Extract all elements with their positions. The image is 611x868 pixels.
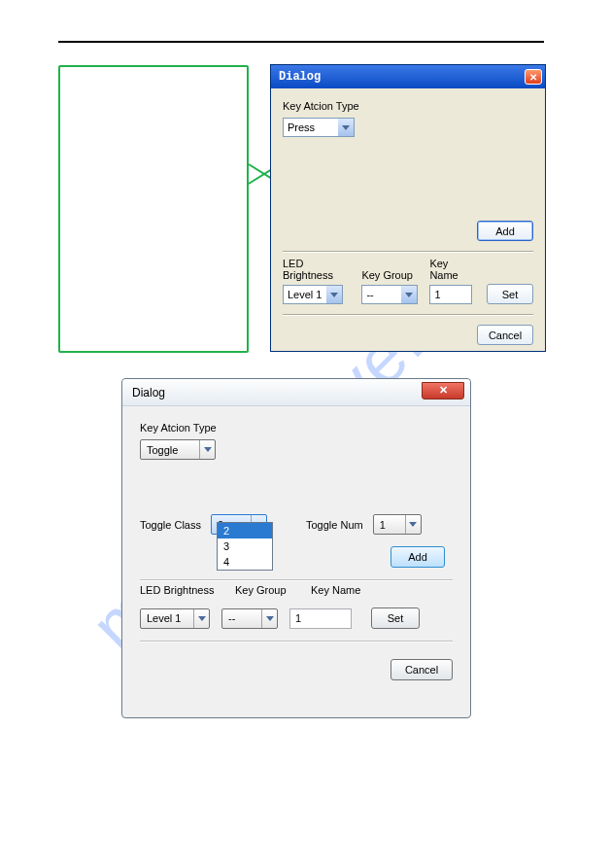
close-button[interactable]: ✕: [422, 382, 464, 399]
key-group-label: Key Group: [235, 584, 293, 596]
add-button[interactable]: Add: [477, 221, 533, 241]
close-icon: ✕: [439, 384, 448, 397]
separator: [283, 251, 533, 252]
key-action-type-label: Key Atcion Type: [283, 100, 533, 112]
key-action-type-select[interactable]: Press: [283, 118, 355, 137]
dropdown-option[interactable]: 2: [218, 523, 272, 538]
key-group-value: --: [366, 289, 373, 300]
led-brightness-value: Level 1: [288, 289, 322, 300]
toggle-class-dropdown[interactable]: 2 3 4: [217, 522, 273, 571]
cancel-button[interactable]: Cancel: [390, 659, 453, 680]
dropdown-option[interactable]: 4: [218, 554, 272, 570]
dialog-titlebar[interactable]: Dialog ✕: [122, 379, 470, 406]
toggle-num-label: Toggle Num: [306, 519, 363, 531]
toggle-num-select[interactable]: 1: [373, 514, 422, 535]
chevron-down-icon: [199, 440, 215, 459]
led-brightness-label: LED Brightness: [283, 258, 350, 281]
set-button[interactable]: Set: [371, 608, 420, 629]
dialog-win7: Dialog ✕ Key Atcion Type Toggle Toggle C…: [121, 378, 471, 718]
key-group-select[interactable]: --: [361, 285, 418, 304]
key-name-value: 1: [295, 612, 301, 624]
close-icon: ✕: [529, 72, 537, 83]
led-brightness-select[interactable]: Level 1: [283, 285, 343, 304]
separator: [140, 641, 453, 642]
dialog-body: Key Atcion Type Press Add LED Brightness…: [271, 88, 545, 353]
key-name-input[interactable]: 1: [289, 608, 352, 629]
cancel-button[interactable]: Cancel: [477, 325, 533, 345]
chevron-down-icon: [261, 609, 277, 628]
chevron-down-icon: [338, 119, 354, 136]
add-label: Add: [495, 226, 515, 237]
chevron-down-icon: [401, 286, 417, 303]
set-label: Set: [388, 612, 404, 624]
dialog-titlebar[interactable]: Dialog ✕: [271, 65, 545, 88]
dialog-title: Dialog: [132, 386, 422, 399]
dropdown-option[interactable]: 3: [218, 538, 272, 554]
led-brightness-select[interactable]: Level 1: [140, 608, 210, 629]
key-action-type-label: Key Atcion Type: [140, 422, 453, 434]
callout-box: [58, 65, 249, 353]
key-name-label: Key Name: [311, 584, 360, 596]
set-button[interactable]: Set: [487, 284, 533, 304]
led-brightness-value: Level 1: [147, 612, 181, 624]
toggle-class-label: Toggle Class: [140, 519, 201, 531]
cancel-label: Cancel: [489, 330, 522, 341]
add-button[interactable]: Add: [390, 546, 445, 568]
key-action-type-value: Toggle: [147, 444, 178, 456]
dialog-body: Key Atcion Type Toggle Toggle Class 2 To…: [122, 406, 470, 690]
separator: [283, 314, 533, 315]
chevron-down-icon: [193, 609, 209, 628]
key-name-label: Key Name: [429, 258, 475, 281]
key-group-label: Key Group: [361, 269, 418, 281]
add-label: Add: [408, 551, 427, 563]
chevron-down-icon: [326, 286, 342, 303]
key-name-value: 1: [434, 289, 440, 300]
chevron-down-icon: [405, 515, 421, 534]
close-button[interactable]: ✕: [525, 69, 542, 85]
toggle-num-value: 1: [380, 519, 386, 531]
key-group-select[interactable]: --: [221, 608, 278, 629]
key-action-type-select[interactable]: Toggle: [140, 439, 216, 460]
dialog-title: Dialog: [279, 70, 525, 84]
key-group-value: --: [228, 612, 235, 624]
dialog-xp: Dialog ✕ Key Atcion Type Press Add LED B…: [270, 64, 546, 352]
cancel-label: Cancel: [405, 664, 438, 676]
led-brightness-label: LED Brightness: [140, 584, 218, 596]
separator: [140, 579, 453, 580]
key-name-input[interactable]: 1: [429, 285, 472, 304]
key-action-type-value: Press: [288, 122, 315, 133]
page-header-rule: [58, 41, 544, 43]
set-label: Set: [502, 289, 519, 300]
